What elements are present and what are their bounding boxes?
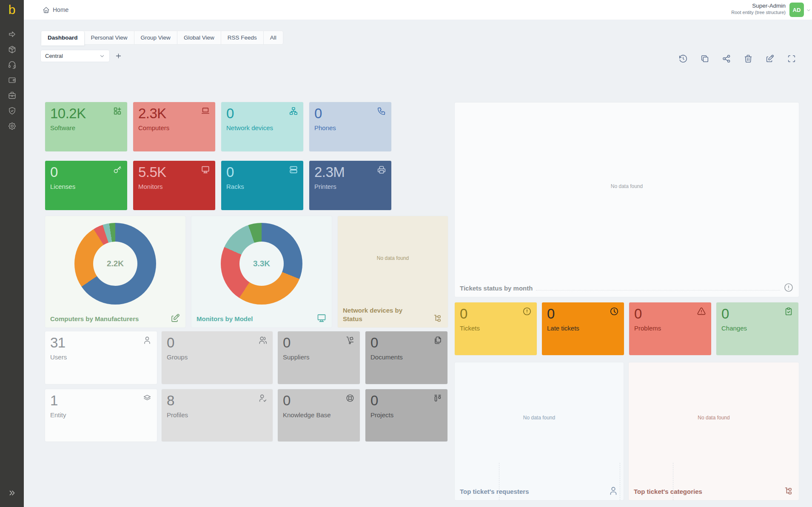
tile-value: 0	[314, 105, 386, 122]
tile-value: 0	[547, 306, 619, 322]
sidebar-item-briefcase[interactable]	[0, 88, 24, 103]
tile-users[interactable]: 31Users	[45, 331, 157, 384]
phone-icon	[377, 106, 386, 116]
tile-label: Software	[50, 124, 122, 131]
dolly-icon	[345, 336, 355, 345]
tile-knowledge-base[interactable]: 0Knowledge Base	[278, 389, 360, 441]
no-data-message: No data found	[455, 362, 624, 473]
tile-label: Racks	[226, 183, 298, 190]
tab-group-view[interactable]: Group View	[134, 31, 177, 44]
clock-icon	[610, 307, 619, 316]
tile-label: Printers	[314, 183, 386, 190]
avatar[interactable]: AD	[789, 3, 804, 17]
history-button[interactable]	[678, 54, 688, 63]
tile-licenses[interactable]: 0Licenses	[45, 161, 127, 210]
donut-chart-donut1[interactable]: 2.2K	[74, 223, 156, 305]
tile-groups[interactable]: 0Groups	[162, 331, 273, 384]
tile-label: Computers	[138, 124, 210, 131]
printer-icon	[377, 165, 386, 174]
tab-rss-feeds[interactable]: RSS Feeds	[221, 31, 264, 44]
tile-value: 1	[50, 393, 152, 409]
sidebar-item-package[interactable]	[0, 42, 24, 57]
chevron-down-icon	[99, 53, 105, 59]
tile-value: 8	[167, 393, 268, 409]
tab-dashboard[interactable]: Dashboard	[41, 31, 85, 46]
tab-personal-view[interactable]: Personal View	[85, 31, 134, 44]
tile-tickets[interactable]: 0Tickets	[455, 302, 537, 355]
tile-printers[interactable]: 2.3MPrinters	[309, 161, 391, 210]
sidebar-collapse-button[interactable]	[0, 488, 24, 498]
monitor-icon[interactable]	[316, 313, 327, 323]
tab-global-view[interactable]: Global View	[177, 31, 221, 44]
tile-value: 0	[167, 335, 268, 351]
chevron-down-icon[interactable]	[806, 7, 811, 14]
monitor-icon	[201, 165, 210, 174]
user-entity: Root entity (tree structure)	[731, 10, 786, 16]
card-net_status: No data foundNetwork devices by Status	[338, 216, 448, 328]
tile-label: Suppliers	[283, 353, 355, 361]
edit-icon[interactable]	[170, 313, 180, 323]
app-logo[interactable]: b	[0, 0, 24, 20]
tile-label: Monitors	[138, 183, 210, 190]
tile-network-devices[interactable]: 0Network devices	[221, 102, 303, 151]
card-title: Top ticket's categories	[634, 487, 702, 496]
copy-icon	[700, 54, 709, 63]
card-title: Network devices by Status	[343, 306, 417, 324]
sidebar-item-shield-check[interactable]	[0, 103, 24, 118]
dashboard-select[interactable]: Central	[41, 50, 109, 62]
tile-entity[interactable]: 1Entity	[45, 389, 157, 441]
tile-label: Phones	[314, 124, 386, 131]
share-button[interactable]	[722, 54, 731, 63]
tab-all[interactable]: All	[264, 31, 283, 44]
tile-changes[interactable]: 0Changes	[716, 302, 798, 355]
tile-value: 0	[460, 306, 532, 322]
binary-tree-icon	[433, 313, 443, 323]
tile-problems[interactable]: 0Problems	[629, 302, 711, 355]
tile-value: 0	[370, 393, 442, 409]
gear-icon	[8, 122, 17, 131]
maximize-icon	[787, 54, 796, 63]
copy-button[interactable]	[700, 54, 709, 63]
breadcrumb[interactable]: Home	[43, 0, 68, 20]
headset-icon	[8, 60, 17, 69]
wallet-icon	[8, 76, 17, 85]
tile-suppliers[interactable]: 0Suppliers	[278, 331, 360, 384]
tile-late-tickets[interactable]: 0Late tickets	[542, 302, 624, 355]
tile-label: Users	[50, 353, 152, 361]
edit-button[interactable]	[765, 54, 775, 63]
tile-software[interactable]: 10.2KSoftware	[45, 102, 127, 151]
user-icon	[608, 486, 618, 496]
sidebar-item-gear[interactable]	[0, 118, 24, 134]
tile-monitors[interactable]: 5.5KMonitors	[133, 161, 215, 210]
tile-documents[interactable]: 0Documents	[365, 331, 447, 384]
tile-computers[interactable]: 2.3KComputers	[133, 102, 215, 151]
sidebar-item-wallet[interactable]	[0, 72, 24, 88]
package-icon	[8, 45, 17, 54]
sidebar-item-arrow-right[interactable]	[0, 26, 24, 42]
top-header: Home Super-Admin Root entity (tree struc…	[24, 0, 812, 20]
user-check-icon	[258, 393, 268, 403]
dashboard-toolbar	[678, 54, 796, 63]
tile-profiles[interactable]: 8Profiles	[162, 389, 273, 441]
trash-button[interactable]	[744, 54, 753, 63]
add-dashboard-button[interactable]	[115, 52, 122, 60]
tile-label: Groups	[167, 353, 268, 361]
sidebar: b	[0, 0, 24, 507]
shield-check-icon	[8, 106, 17, 115]
chevrons-right-icon	[7, 488, 17, 498]
tile-racks[interactable]: 0Racks	[221, 161, 303, 210]
donut-chart-donut2[interactable]: 3.3K	[221, 223, 302, 305]
tile-value: 2.3K	[138, 105, 210, 122]
sidebar-item-headset[interactable]	[0, 57, 24, 72]
tile-projects[interactable]: 0Projects	[365, 389, 447, 441]
share-icon	[722, 54, 731, 63]
maximize-button[interactable]	[787, 54, 796, 63]
card-title: Monitors by Model	[197, 315, 253, 323]
tile-phones[interactable]: 0Phones	[309, 102, 391, 151]
grid-guide	[620, 463, 620, 500]
tile-label: Late tickets	[547, 325, 619, 332]
dashboard-select-value: Central	[45, 53, 99, 59]
stack-icon	[142, 393, 152, 403]
tile-label: Network devices	[226, 124, 298, 131]
tile-value: 0	[283, 335, 355, 351]
